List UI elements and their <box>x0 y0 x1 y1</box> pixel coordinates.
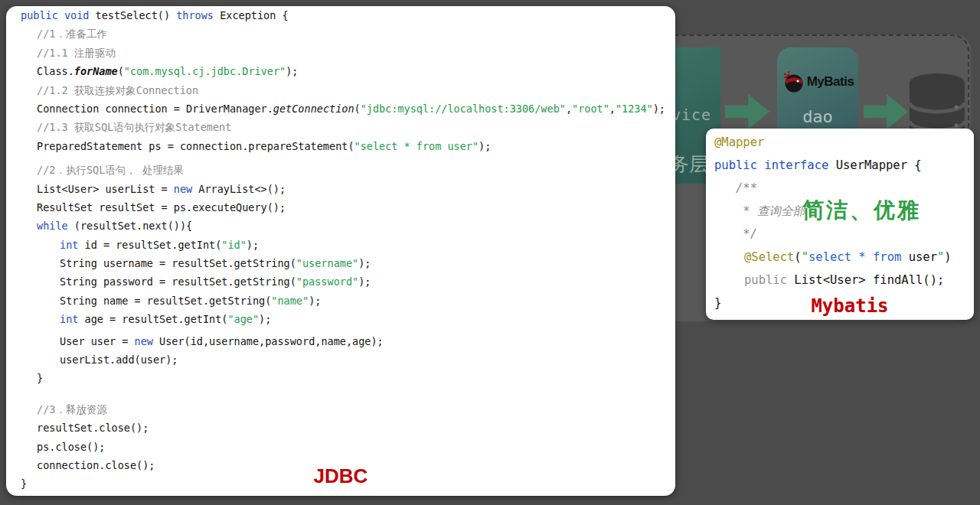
code-line: int age = resultSet.getInt("age"); <box>6 310 675 328</box>
code-line: Connection connection = DriverManager.ge… <box>6 99 675 118</box>
code-line: public void testSelect() throws Exceptio… <box>6 6 675 24</box>
code-line: int id = resultSet.getInt("id"); <box>6 236 675 254</box>
code-line: //1．准备工作 <box>6 24 675 43</box>
code-line: } <box>6 369 675 387</box>
code-line: public List<User> findAll(); <box>706 269 974 292</box>
mybatis-logo-text: MyBatis <box>807 74 854 90</box>
service-box-label-cn: 务层 <box>670 152 708 177</box>
code-line: List<User> userList = new ArrayList<>(); <box>6 180 675 198</box>
slide: vice 务层 MyBatis dao public void testSele… <box>0 0 980 505</box>
jdbc-label: JDBC <box>6 464 675 488</box>
code-line: ResultSet resultSet = ps.executeQuery(); <box>6 198 675 217</box>
mybatis-bird-icon <box>782 70 805 93</box>
code-line: //1.2 获取连接对象Connection <box>6 81 675 99</box>
code-line: ps.close(); <box>6 438 675 456</box>
code-line: @Mapper <box>706 131 974 154</box>
jdbc-code-panel: public void testSelect() throws Exceptio… <box>6 6 675 496</box>
code-line: @Select("select * from user") <box>706 246 974 269</box>
code-line: userList.add(user); <box>6 350 675 369</box>
code-line: Class.forName("com.mysql.cj.jdbc.Driver"… <box>6 62 675 80</box>
mybatis-code-panel: @Mapperpublic interface UserMapper {/** … <box>706 129 974 320</box>
jdbc-code: public void testSelect() throws Exceptio… <box>6 6 675 494</box>
code-line: String username = resultSet.getString("u… <box>6 254 675 272</box>
code-line: resultSet.close(); <box>6 419 675 437</box>
decor-annotation-text: 简洁、优雅 <box>802 196 921 225</box>
code-line: User user = new User(id,username,passwor… <box>6 332 675 350</box>
code-line: PreparedStatement ps = connection.prepar… <box>6 137 675 155</box>
mybatis-label: Mybatis <box>706 295 974 317</box>
code-line: //3．释放资源 <box>6 400 675 419</box>
code-line: */ <box>706 223 974 246</box>
service-box-label: vice <box>671 106 711 124</box>
code-line: public interface UserMapper { <box>706 154 974 177</box>
code-line: String name = resultSet.getString("name"… <box>6 292 675 310</box>
mybatis-logo: MyBatis <box>777 70 858 93</box>
code-line: String password = resultSet.getString("p… <box>6 272 675 291</box>
code-line: //1.3 获取SQL语句执行对象Statement <box>6 118 675 136</box>
dao-box-label: dao <box>777 107 858 126</box>
code-line: //1.1 注册驱动 <box>6 44 675 62</box>
code-line: while (resultSet.next()){ <box>6 217 675 235</box>
code-line: //2．执行SQL语句， 处理结果 <box>6 161 675 179</box>
